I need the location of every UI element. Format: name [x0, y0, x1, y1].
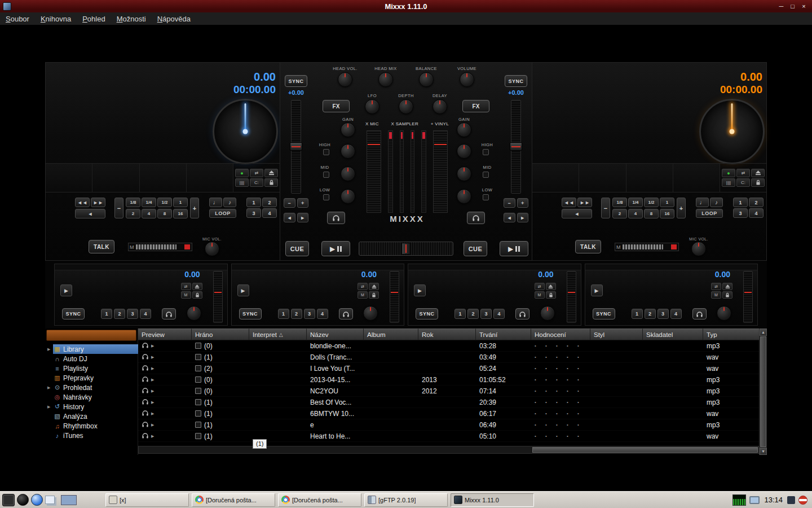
column-header[interactable]: Hráno △: [192, 329, 249, 340]
sampler-eject-button[interactable]: [369, 283, 379, 290]
sampler-play-button[interactable]: ▶: [60, 284, 72, 296]
sampler-headphone-button[interactable]: [692, 308, 707, 319]
high-knob-left[interactable]: [341, 144, 355, 159]
eighth-note-button[interactable]: ♪: [223, 198, 236, 207]
file-manager-launcher-icon[interactable]: [45, 496, 55, 504]
preview-headphone-icon[interactable]: [142, 387, 149, 395]
library-search-input[interactable]: [46, 330, 136, 341]
played-checkbox[interactable]: [195, 354, 201, 360]
lfo-knob[interactable]: [365, 99, 379, 114]
menu-item[interactable]: Nápověda: [152, 13, 196, 25]
workspace-pager[interactable]: [61, 495, 77, 505]
xorg-launcher-icon[interactable]: [17, 494, 29, 506]
played-checkbox[interactable]: [195, 422, 201, 428]
column-header[interactable]: Skladatel △: [643, 329, 703, 340]
beatloop-size-button[interactable]: 1/4: [628, 198, 643, 207]
menu-item[interactable]: Možnosti: [111, 13, 152, 25]
fastforward-button[interactable]: ►►: [577, 198, 592, 207]
fader-handle[interactable]: [391, 292, 398, 293]
played-checkbox[interactable]: [195, 410, 201, 417]
played-checkbox[interactable]: [195, 365, 201, 371]
track-row[interactable]: ▶ (2) I Love You (T... 05:24 • • • • •: [138, 363, 759, 374]
update-notifier-icon[interactable]: [798, 496, 807, 505]
loop-button[interactable]: LOOP: [696, 209, 723, 218]
played-checkbox[interactable]: [195, 388, 201, 394]
sidebar-item[interactable]: ▶ ▥ Přepravky: [45, 373, 138, 383]
sampler-volume-fader[interactable]: [213, 271, 223, 323]
sampler-repeat-button[interactable]: ⇄: [535, 283, 545, 290]
sync-button-left[interactable]: SYNC: [285, 75, 307, 87]
hotcue-button[interactable]: 3: [733, 208, 748, 218]
fader-handle[interactable]: [744, 292, 752, 293]
play-button-right[interactable]: ▶: [500, 241, 528, 256]
played-checkbox[interactable]: [195, 376, 201, 383]
beatgrid-button[interactable]: ||||: [722, 178, 735, 187]
preview-headphone-icon[interactable]: [142, 410, 149, 418]
sampler-hotcue-button[interactable]: 3: [127, 309, 138, 319]
track-row[interactable]: ▶ (1) Best Of Voc... 20:39 • • • • •: [138, 397, 759, 408]
preview-play-icon[interactable]: ▶: [151, 344, 154, 348]
pitch-up-button[interactable]: +: [517, 198, 529, 208]
close-button[interactable]: ×: [799, 2, 809, 11]
app-menu-launcher[interactable]: [2, 494, 15, 506]
beatloop-size-button[interactable]: 16: [660, 209, 674, 218]
track-row[interactable]: ▶ (1) 6BMTYW 10... 06:17 • • • • •: [138, 408, 759, 419]
beatloop-size-button[interactable]: 1: [660, 198, 674, 207]
column-header[interactable]: Trvání △: [476, 329, 531, 340]
hotcue-button[interactable]: 1: [246, 198, 261, 207]
beatloop-size-button[interactable]: 1/2: [644, 198, 659, 207]
fx-button-right[interactable]: FX: [462, 100, 489, 112]
track-row[interactable]: ▶ (0) 2013-04-15... 2013 01:05:52 • • • …: [138, 374, 759, 386]
cue-button-right[interactable]: CUE: [464, 241, 487, 256]
sampler-volume-fader[interactable]: [567, 271, 576, 323]
pitch-bend-right-button[interactable]: ►: [297, 213, 309, 222]
preview-play-icon[interactable]: ▶: [151, 389, 154, 393]
sampler-pregain-knob[interactable]: [187, 306, 201, 321]
sidebar-item[interactable]: ▶ ♪ iTunes: [45, 431, 138, 440]
column-header[interactable]: Typ △: [703, 329, 759, 340]
sidebar-item[interactable]: ▶ ♫ Rhythmbox: [45, 421, 138, 431]
pitch-bend-right-button[interactable]: ►: [517, 213, 529, 222]
window-titlebar[interactable]: Mixxx 1.11.0 ─ □ ×: [0, 0, 812, 12]
sidebar-item[interactable]: ▶ ▦ Library: [45, 344, 138, 354]
sampler-hotcue-button[interactable]: 1: [632, 309, 643, 319]
hotcue-button[interactable]: 2: [749, 198, 764, 207]
hotcue-button[interactable]: 4: [749, 208, 764, 218]
quantize-button[interactable]: C:: [736, 178, 750, 187]
menu-item[interactable]: Soubor: [0, 13, 35, 25]
head-mix-knob[interactable]: [378, 72, 393, 87]
sidebar-item[interactable]: ▶ ≡ Playlisty: [45, 364, 138, 373]
vinyl-toggle[interactable]: + VINYL: [431, 121, 449, 126]
beatloop-size-button[interactable]: 2: [612, 209, 627, 218]
sidebar-item[interactable]: ▶ ◎ Nahrávky: [45, 392, 138, 402]
sidebar-item[interactable]: ▶ ∩ Auto DJ: [45, 354, 138, 364]
sampler-keylock-button[interactable]: [546, 291, 556, 299]
preview-headphone-icon[interactable]: [142, 432, 149, 440]
preview-play-icon[interactable]: ▶: [151, 400, 154, 405]
talk-button[interactable]: TALK: [89, 240, 114, 253]
sampler-headphone-button[interactable]: [515, 308, 529, 319]
channel2-volume-fader[interactable]: [433, 130, 448, 213]
mid-knob-right[interactable]: [457, 167, 471, 181]
mid-kill-button-left[interactable]: [323, 172, 329, 178]
preview-headphone-icon[interactable]: [142, 376, 149, 384]
sampler-play-button[interactable]: ▶: [237, 284, 249, 296]
track-row[interactable]: ▶ (1) e 06:49 • • • • •: [138, 419, 759, 431]
back-button[interactable]: ◄: [75, 209, 105, 218]
column-header[interactable]: Interpret △: [249, 329, 307, 340]
loop-button[interactable]: LOOP: [209, 209, 236, 218]
mic-toggle[interactable]: X MIC: [365, 121, 379, 126]
minimize-button[interactable]: ─: [776, 2, 786, 11]
delay-knob[interactable]: [433, 99, 447, 114]
sampler-hotcue-button[interactable]: 4: [140, 309, 151, 319]
scroll-up-button[interactable]: ▲: [760, 329, 767, 336]
sampler-hotcue-button[interactable]: 4: [493, 309, 505, 319]
sampler-keylock-button[interactable]: [369, 291, 379, 299]
sampler-eject-button[interactable]: [546, 283, 556, 290]
sampler-headphone-button[interactable]: [162, 308, 176, 319]
sampler-hotcue-button[interactable]: 3: [480, 309, 492, 319]
browser-launcher-icon[interactable]: [31, 494, 43, 506]
sampler-hotcue-button[interactable]: 2: [467, 309, 479, 319]
play-indicator-icon[interactable]: ●: [722, 169, 735, 177]
hotcue-button[interactable]: 2: [262, 198, 277, 207]
